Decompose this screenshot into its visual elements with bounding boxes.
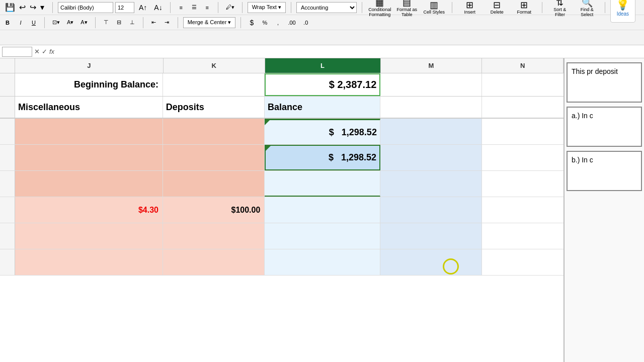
cancel-formula-icon[interactable]: ✕: [34, 48, 40, 55]
cell-l-3[interactable]: [265, 171, 380, 197]
col-header-k[interactable]: K: [164, 58, 265, 73]
cell-k-4[interactable]: $100.00: [163, 197, 265, 223]
decrease-font-button[interactable]: A↓: [151, 2, 165, 13]
fill-color-button[interactable]: A▾: [64, 17, 76, 28]
formula-icons: ✕ ✓ fx: [34, 48, 54, 55]
merge-center-button[interactable]: Merge & Center ▾: [183, 17, 236, 28]
cell-l-6[interactable]: [265, 249, 380, 275]
bottom-align-button[interactable]: ⊥: [127, 17, 138, 28]
cell-k-2[interactable]: [163, 145, 265, 170]
formula-input[interactable]: [56, 47, 642, 57]
cell-m-bb[interactable]: [380, 73, 482, 96]
wrap-text-button[interactable]: Wrap Text ▾: [248, 2, 286, 13]
increase-font-button[interactable]: A↑: [136, 2, 149, 13]
beginning-balance-value-cell[interactable]: $ 2,387.12: [265, 73, 380, 96]
redo-button[interactable]: ↪: [29, 2, 37, 13]
borders-button[interactable]: ⊡▾: [50, 17, 62, 28]
decrease-decimal-button[interactable]: .0: [300, 17, 311, 28]
cell-m-5[interactable]: [380, 223, 482, 249]
number-format-dropdown[interactable]: Accounting: [296, 2, 357, 13]
font-name-input[interactable]: [58, 2, 113, 13]
cell-k-5[interactable]: [163, 223, 265, 249]
font-color-button[interactable]: A▾: [78, 17, 90, 28]
misc-header-cell[interactable]: Miscellaneous: [15, 97, 163, 118]
beginning-balance-label-cell[interactable]: Beginning Balance:: [15, 73, 163, 96]
data-row-5: [0, 223, 564, 249]
cell-m-1[interactable]: [380, 119, 482, 144]
percent-format-button[interactable]: %: [259, 17, 270, 28]
col-header-m[interactable]: M: [381, 58, 482, 73]
insert-function-icon[interactable]: fx: [49, 48, 54, 55]
indent-increase-button[interactable]: ⇥: [162, 17, 173, 28]
cell-n-2[interactable]: [482, 145, 564, 170]
cell-k-3[interactable]: [163, 171, 265, 197]
undo-button[interactable]: ↩: [18, 2, 27, 13]
cell-n-5[interactable]: [482, 223, 564, 249]
middle-align-button[interactable]: ⊟: [114, 17, 125, 28]
increase-decimal-button[interactable]: .00: [285, 17, 298, 28]
row-num-5: [0, 223, 15, 249]
cell-j-1[interactable]: [15, 119, 163, 144]
save-button[interactable]: 💾: [4, 2, 16, 13]
align-left-button[interactable]: ≡: [176, 2, 187, 13]
cell-m-header[interactable]: [380, 97, 482, 118]
cell-n-4[interactable]: [482, 197, 564, 223]
cell-k-6[interactable]: [163, 249, 265, 275]
cell-j-3[interactable]: [15, 171, 163, 197]
highlight-color-button[interactable]: 🖊▾: [223, 2, 237, 13]
cell-m-3[interactable]: [380, 171, 482, 197]
cell-j-6[interactable]: [15, 249, 163, 275]
cell-j-4[interactable]: $4.30: [15, 197, 163, 223]
toolbar: 💾 ↩ ↪ ▾ A↑ A↓ ≡ ☰ ≡ 🖊▾ Wrap Text ▾ Accou…: [0, 0, 644, 45]
deposits-header-cell[interactable]: Deposits: [163, 97, 265, 118]
cell-l-1[interactable]: $ 1,298.52: [265, 119, 380, 144]
row-number: [0, 73, 15, 96]
cell-j-5[interactable]: [15, 223, 163, 249]
balance-header-cell[interactable]: Balance: [265, 97, 380, 118]
corner-cell: [0, 58, 15, 73]
italic-button[interactable]: I: [15, 17, 26, 28]
info-box-1: This pr deposit: [567, 62, 642, 103]
underline-button[interactable]: U: [28, 17, 39, 28]
col-header-j[interactable]: J: [15, 58, 164, 73]
column-headers: J K L M N: [0, 58, 564, 73]
cell-l-2[interactable]: $ 1,298.52: [265, 145, 380, 170]
cell-n-1[interactable]: [482, 119, 564, 144]
row-num-2: [0, 145, 15, 170]
cell-j-2[interactable]: [15, 145, 163, 170]
green-triangle-2: [266, 146, 271, 151]
format-table-icon: ▤: [403, 0, 411, 7]
dollar-format-button[interactable]: $: [246, 17, 257, 28]
cell-reference-box[interactable]: [2, 47, 32, 57]
data-row-6: [0, 249, 564, 276]
cell-k-bb[interactable]: [163, 73, 265, 96]
cell-l-5[interactable]: [265, 223, 380, 249]
beginning-balance-text: Beginning Balance:: [74, 79, 158, 90]
confirm-formula-icon[interactable]: ✓: [42, 48, 47, 55]
conditional-formatting-icon: ▦: [375, 0, 384, 7]
cell-m-4[interactable]: [380, 197, 482, 223]
toolbar-row2: B I U ⊡▾ A▾ A▾ ⊤ ⊟ ⊥ ⇤ ⇥ Merge & Center …: [0, 15, 644, 30]
bold-button[interactable]: B: [2, 17, 13, 28]
col-header-l[interactable]: L: [265, 58, 381, 73]
align-right-button[interactable]: ≡: [202, 2, 213, 13]
cell-n-header[interactable]: [482, 97, 564, 118]
cell-n-6[interactable]: [482, 249, 564, 275]
cell-styles-icon: ▥: [430, 1, 438, 10]
misc-value: $4.30: [138, 206, 158, 215]
cell-m-2[interactable]: [380, 145, 482, 170]
top-align-button[interactable]: ⊤: [101, 17, 112, 28]
cell-m-6[interactable]: [380, 249, 482, 275]
balance-header-text: Balance: [268, 102, 302, 113]
misc-header-text: Miscellaneous: [18, 102, 80, 113]
col-header-n[interactable]: N: [482, 58, 564, 73]
cell-n-bb[interactable]: [482, 73, 564, 96]
align-center-button[interactable]: ☰: [189, 2, 200, 13]
cell-l-4[interactable]: [265, 197, 380, 223]
cell-n-3[interactable]: [482, 171, 564, 197]
cell-k-1[interactable]: [163, 119, 265, 144]
quick-access-more[interactable]: ▾: [39, 2, 45, 13]
comma-format-button[interactable]: ,: [272, 17, 283, 28]
font-size-input[interactable]: [115, 2, 134, 13]
indent-decrease-button[interactable]: ⇤: [148, 17, 159, 28]
